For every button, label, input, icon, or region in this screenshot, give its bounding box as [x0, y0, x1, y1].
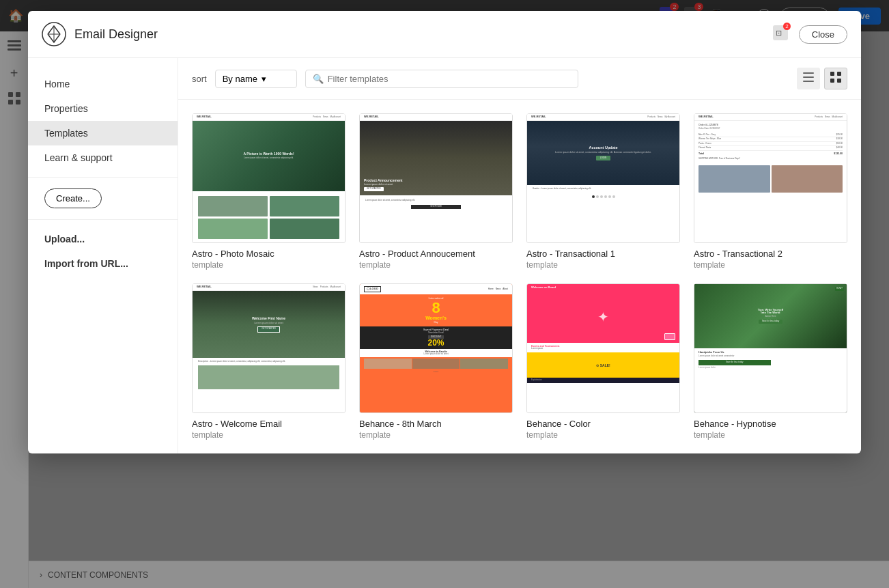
- template-thumb: WE.RETAIL NewsProductsMy Account Welcome…: [192, 283, 345, 413]
- template-type: template: [359, 260, 513, 270]
- template-name: Astro - Welcome Email: [192, 419, 345, 429]
- search-icon: 🔍: [313, 74, 324, 84]
- content-toolbar: sort By name ▾ 🔍: [178, 58, 861, 100]
- template-type: template: [359, 430, 513, 440]
- svg-rect-18: [803, 81, 814, 82]
- template-thumb: WE.RETAIL ProductsNewsMy Account Order #…: [694, 113, 847, 243]
- template-thumb: Tips: Write Yourself Into The World Acti…: [694, 283, 847, 413]
- templates-grid: WE.RETAIL ProductsNewsMy Account A Pictu…: [178, 100, 861, 453]
- email-designer-modal: Email Designer ⊡ 2 Close Home Properties: [28, 11, 861, 453]
- sidebar-divider: [28, 177, 178, 178]
- modal-title: Email Designer: [74, 27, 158, 42]
- template-thumb: WE.RETAIL ProductsNewsMy Account A Pictu…: [192, 113, 345, 243]
- template-name: Behance - Color: [526, 419, 680, 429]
- template-thumb: WE.RETAIL Product Announcement Lorem ips…: [359, 113, 513, 243]
- sidebar-item-templates[interactable]: Templates: [28, 121, 178, 145]
- template-card[interactable]: Tips: Write Yourself Into The World Acti…: [694, 283, 847, 440]
- sort-select[interactable]: By name ▾: [215, 70, 297, 88]
- modal-sidebar: Home Properties Templates Learn & suppor…: [28, 58, 178, 453]
- email-designer-logo: [42, 22, 66, 46]
- template-type: template: [192, 430, 345, 440]
- svg-rect-22: [837, 79, 841, 83]
- sidebar-divider-2: [28, 219, 178, 220]
- svg-rect-16: [803, 72, 814, 74]
- sort-label: sort: [192, 74, 207, 84]
- close-button[interactable]: Close: [799, 25, 847, 44]
- search-input[interactable]: [328, 74, 571, 84]
- template-card[interactable]: WE.RETAIL Product Announcement Lorem ips…: [359, 113, 513, 270]
- sort-chevron-icon: ▾: [262, 74, 266, 84]
- svg-rect-17: [803, 76, 814, 78]
- modal-content: sort By name ▾ 🔍: [178, 58, 861, 453]
- sidebar-item-home[interactable]: Home: [28, 72, 178, 96]
- svg-rect-20: [837, 72, 841, 76]
- create-button[interactable]: Create...: [44, 188, 102, 208]
- template-thumb: ◯ LOGO HomeNewsAbout International 8 Wom…: [359, 283, 513, 413]
- modal-header-right: ⊡ 2 Close: [773, 25, 847, 44]
- import-url-button[interactable]: Import from URL...: [28, 251, 178, 276]
- template-card[interactable]: WE.RETAIL ProductsNewsMy Account A Pictu…: [192, 113, 345, 270]
- template-name: Astro - Product Annoucement: [359, 249, 513, 259]
- template-card[interactable]: WE.RETAIL ProductsNewsMy Account Order #…: [694, 113, 847, 270]
- view-icons: [797, 68, 847, 89]
- template-type: template: [526, 430, 680, 440]
- template-name: Astro - Transactional 1: [526, 249, 680, 259]
- template-card[interactable]: Welcome on Board ✦ Events and Tournam: [526, 283, 680, 440]
- upload-button[interactable]: Upload...: [28, 227, 178, 251]
- sort-value: By name: [223, 74, 257, 84]
- template-thumb: WE.RETAIL ProductsNewsMy Account Account…: [526, 113, 680, 243]
- modal-header: Email Designer ⊡ 2 Close: [28, 11, 861, 58]
- template-card[interactable]: WE.RETAIL ProductsNewsMy Account Account…: [526, 113, 680, 270]
- grid-view-button[interactable]: [824, 68, 847, 89]
- svg-rect-19: [830, 72, 834, 76]
- template-name: Astro - Transactional 2: [694, 249, 847, 259]
- template-name: Behance - Hypnotise: [694, 419, 847, 429]
- svg-rect-21: [830, 79, 834, 83]
- template-type: template: [694, 430, 847, 440]
- svg-text:⊡: ⊡: [776, 29, 782, 37]
- template-name: Behance - 8th March: [359, 419, 513, 429]
- template-thumb: Welcome on Board ✦ Events and Tournam: [526, 283, 680, 413]
- modal-body: Home Properties Templates Learn & suppor…: [28, 58, 861, 453]
- sidebar-item-learn-support[interactable]: Learn & support: [28, 145, 178, 170]
- list-view-button[interactable]: [797, 68, 820, 89]
- sidebar-item-properties[interactable]: Properties: [28, 96, 178, 121]
- template-type: template: [694, 260, 847, 270]
- template-type: template: [526, 260, 680, 270]
- template-card[interactable]: ◯ LOGO HomeNewsAbout International 8 Wom…: [359, 283, 513, 440]
- notifications-icon[interactable]: ⊡ 2: [773, 25, 788, 44]
- template-card[interactable]: WE.RETAIL NewsProductsMy Account Welcome…: [192, 283, 345, 440]
- modal-overlay: Email Designer ⊡ 2 Close Home Properties: [0, 0, 889, 588]
- notifications-badge: 2: [783, 23, 790, 30]
- search-box: 🔍: [305, 70, 578, 88]
- template-type: template: [192, 260, 345, 270]
- template-name: Astro - Photo Mosaic: [192, 249, 345, 259]
